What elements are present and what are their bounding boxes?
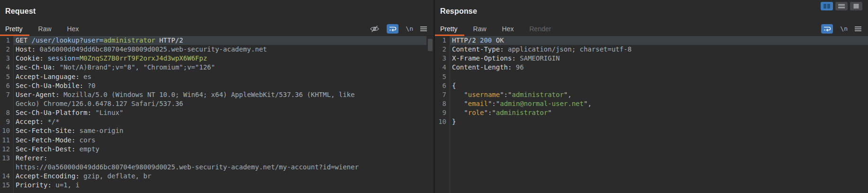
- line-number: 5: [0, 72, 13, 81]
- code-line: 6Sec-Ch-Ua-Mobile: ?0: [0, 81, 434, 90]
- line-content: Content-Type: application/json; charset=…: [450, 45, 868, 54]
- line-content: Gecko) Chrome/126.0.6478.127 Safari/537.…: [13, 99, 426, 108]
- line-number: 7: [435, 90, 450, 99]
- line-content: Host: 0a56000d049dd6bc80704e98009d0025.w…: [13, 45, 426, 54]
- line-number: 10: [435, 117, 450, 126]
- line-number: 15: [0, 181, 13, 190]
- code-line: 4Content-Length: 96: [435, 63, 868, 72]
- response-title-row: Response: [435, 0, 868, 22]
- request-tab-hex[interactable]: Hex: [67, 22, 79, 35]
- line-number: 3: [0, 54, 13, 63]
- request-toolbar: \n: [370, 24, 427, 34]
- line-content: Sec-Ch-Ua-Platform: "Linux": [13, 108, 426, 117]
- code-line: 6{: [435, 81, 868, 90]
- response-editor[interactable]: 1HTTP/2 200 OK2Content-Type: application…: [435, 36, 868, 193]
- code-line: 2Host: 0a56000d049dd6bc80704e98009d0025.…: [0, 45, 434, 54]
- line-content: "username":"administrator",: [450, 90, 868, 99]
- line-number: 2: [435, 45, 450, 54]
- line-content: Sec-Fetch-Site: same-origin: [13, 126, 426, 135]
- line-number: 2: [0, 45, 13, 54]
- request-title-row: Request: [0, 0, 434, 22]
- response-panel: Response Pr: [435, 0, 868, 193]
- line-number: 4: [0, 63, 13, 72]
- line-content: X-Frame-Options: SAMEORIGIN: [450, 54, 868, 63]
- line-content: HTTP/2 200 OK: [450, 36, 868, 45]
- code-line: 11Sec-Fetch-Mode: cors: [0, 136, 434, 145]
- newline-glyph: \n: [840, 25, 848, 32]
- line-content: User-Agent: Mozilla/5.0 (Windows NT 10.0…: [13, 90, 426, 99]
- line-content: Sec-Ch-Ua: "Not/A)Brand";v="8", "Chromiu…: [13, 63, 426, 72]
- menu-icon[interactable]: [420, 26, 427, 32]
- code-line: 9Accept: */*: [0, 117, 434, 126]
- line-content: Content-Length: 96: [450, 63, 868, 72]
- visibility-off-icon[interactable]: [370, 25, 380, 33]
- menu-icon[interactable]: [855, 26, 861, 32]
- request-editor[interactable]: 1GET /user/lookup?user=administrator HTT…: [0, 36, 434, 193]
- request-tabbar: Pretty Raw Hex: [0, 22, 434, 36]
- line-number: 9: [435, 108, 450, 117]
- newline-icon[interactable]: \n: [406, 25, 413, 32]
- response-tab-raw[interactable]: Raw: [473, 22, 487, 35]
- response-panel-title: Response: [440, 7, 477, 16]
- code-line: 2Content-Type: application/json; charset…: [435, 45, 868, 54]
- line-content: Sec-Fetch-Mode: cors: [13, 136, 426, 145]
- line-content: Sec-Ch-Ua-Mobile: ?0: [13, 81, 426, 90]
- line-content: https://0a56000d049dd6bc80704e98009d0025…: [13, 163, 426, 172]
- response-tab-render: Render: [530, 22, 551, 35]
- newline-glyph: \n: [406, 25, 413, 32]
- layout-stacked-icon[interactable]: [835, 2, 848, 10]
- line-number: 9: [0, 117, 13, 126]
- code-line: 13Referer:: [0, 154, 434, 163]
- code-line: 8Sec-Ch-Ua-Platform: "Linux": [0, 108, 434, 117]
- response-tab-hex[interactable]: Hex: [502, 22, 514, 35]
- layout-single-icon[interactable]: [850, 2, 862, 10]
- code-line: 10Sec-Fetch-Site: same-origin: [0, 126, 434, 135]
- code-line: 8 "email":"admin@normal-user.net",: [435, 99, 868, 108]
- code-line: 5Accept-Language: es: [0, 72, 434, 81]
- line-number: 12: [0, 145, 13, 154]
- soft-wrap-icon[interactable]: [387, 24, 399, 34]
- code-line: https://0a56000d049dd6bc80704e98009d0025…: [0, 163, 434, 172]
- line-content: Sec-Fetch-Dest: empty: [13, 145, 426, 154]
- layout-side-by-side-icon[interactable]: [821, 2, 833, 10]
- request-tab-raw[interactable]: Raw: [38, 22, 52, 35]
- line-number: 1: [0, 36, 13, 45]
- code-line: 3Cookie: session=M0ZnqSZ7B0rrT9F2orxJ4d3…: [0, 54, 434, 63]
- line-number: 11: [0, 136, 13, 145]
- request-scrollbar[interactable]: [427, 36, 434, 193]
- code-line: 7 "username":"administrator",: [435, 90, 868, 99]
- line-number: 6: [0, 81, 13, 90]
- line-number: [0, 99, 13, 108]
- code-line: 7User-Agent: Mozilla/5.0 (Windows NT 10.…: [0, 90, 434, 99]
- response-tab-pretty[interactable]: Pretty: [440, 22, 458, 35]
- line-content: "email":"admin@normal-user.net",: [450, 99, 868, 108]
- line-number: 7: [0, 90, 13, 99]
- line-content: {: [450, 81, 868, 90]
- request-tab-pretty[interactable]: Pretty: [5, 22, 23, 35]
- line-content: "role":"administrator": [450, 108, 868, 117]
- code-line: 10}: [435, 117, 868, 126]
- code-line: 1GET /user/lookup?user=administrator HTT…: [0, 36, 434, 45]
- line-number: 14: [0, 172, 13, 181]
- line-content: Accept-Language: es: [13, 72, 426, 81]
- code-line: Gecko) Chrome/126.0.6478.127 Safari/537.…: [0, 99, 434, 108]
- line-number: 1: [435, 36, 450, 45]
- line-number: [0, 163, 13, 172]
- request-scrollbar-thumb[interactable]: [428, 39, 433, 51]
- line-number: 8: [435, 99, 450, 108]
- line-content: }: [450, 117, 868, 126]
- code-line: 12Sec-Fetch-Dest: empty: [0, 145, 434, 154]
- line-content: Accept-Encoding: gzip, deflate, br: [13, 172, 426, 181]
- line-number: 4: [435, 63, 450, 72]
- line-content: GET /user/lookup?user=administrator HTTP…: [13, 36, 426, 45]
- gutter-separator: [450, 36, 450, 193]
- gutter-separator: [13, 36, 14, 193]
- code-line: 3X-Frame-Options: SAMEORIGIN: [435, 54, 868, 63]
- soft-wrap-icon[interactable]: [821, 24, 833, 34]
- code-line: 14Accept-Encoding: gzip, deflate, br: [0, 172, 434, 181]
- line-number: 13: [0, 154, 13, 163]
- line-content: Referer:: [13, 154, 426, 163]
- code-line: 5: [435, 72, 868, 81]
- newline-icon[interactable]: \n: [840, 25, 848, 32]
- line-number: 5: [435, 72, 450, 81]
